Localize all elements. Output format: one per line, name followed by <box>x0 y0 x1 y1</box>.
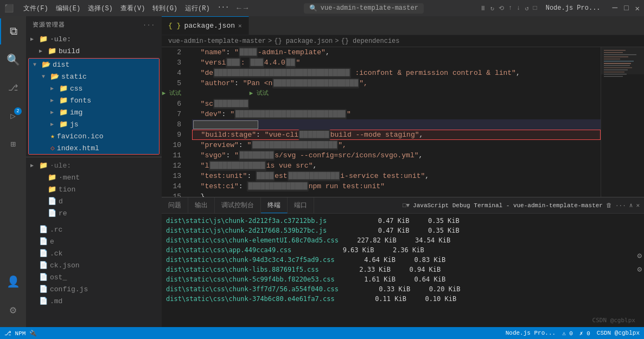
panel-trash-icon[interactable]: 🗑 <box>606 202 612 209</box>
activity-extensions[interactable]: ⊞ <box>0 131 26 157</box>
status-npm[interactable]: ⎇ NPM 🔌 <box>4 330 37 337</box>
activity-explorer[interactable]: ⧉ <box>0 18 26 44</box>
tree-item-img[interactable]: ▶ 📁 img <box>29 106 159 118</box>
win-minimize[interactable]: ─ <box>613 3 618 13</box>
tree-item-ck-json[interactable]: 📄 ck.json <box>26 259 162 271</box>
settings-gear2-icon[interactable]: ⚙ <box>637 265 642 274</box>
source-control-icon: ⎇ <box>8 82 18 93</box>
toolbar-icon-1[interactable]: ⏸ <box>480 4 486 12</box>
panel-tab-debug-console[interactable]: 调试控制台 <box>215 197 261 213</box>
tree-item-ck[interactable]: 📄 .ck <box>26 247 162 259</box>
collapse-arrow-icon: ▶ <box>39 48 48 54</box>
activity-account[interactable]: 👤 <box>0 268 26 295</box>
tree-label-tion: tion <box>59 186 162 194</box>
menu-file[interactable]: 文件(F) <box>20 3 52 14</box>
tree-item-favicon[interactable]: ★ favicon.ico <box>29 130 159 142</box>
window-controls[interactable]: ⏸ ↻ ⟲ ↑ ↓ ↺ □ Node.js Pro... ─ □ ✕ <box>480 3 640 13</box>
win-close[interactable]: ✕ <box>635 4 640 13</box>
panel-more-icon[interactable]: ··· <box>615 202 626 209</box>
terminal-size1: 0.47 KiB <box>378 227 410 234</box>
menu-bar[interactable]: 文件(F) 编辑(E) 选择(S) 查看(V) 转到(G) 运行(R) ··· <box>20 3 232 14</box>
folder-icon: 📁 <box>59 120 68 129</box>
rc-icon: 📄 <box>39 225 48 234</box>
settings-gear-icon[interactable]: ⚙ <box>637 251 642 260</box>
folder-icon: 📁 <box>48 47 56 55</box>
tree-item-d[interactable]: 📄 d <box>26 195 162 207</box>
tree-item-e[interactable]: 📄 e <box>26 235 162 247</box>
tree-label: index.html <box>57 144 159 152</box>
tree-item-blank <box>26 219 162 223</box>
menu-run[interactable]: 运行(R) <box>182 3 213 14</box>
tree-item-ost[interactable]: 📄 ost_ <box>26 271 162 283</box>
nav-back[interactable]: ← <box>237 4 241 12</box>
panel-chevron-icon[interactable]: ∧ <box>629 202 633 209</box>
search-bar[interactable]: 🔍 vue-admin-template-master <box>304 3 424 14</box>
terminal-size1: 9.63 KiB <box>343 246 374 254</box>
activity-search[interactable]: 🔍 <box>0 47 26 73</box>
panel-layout-icon[interactable]: □▼ <box>403 202 410 209</box>
menu-edit[interactable]: 编辑(E) <box>53 3 84 14</box>
tree-item-tion[interactable]: 📁 tion <box>26 183 162 195</box>
tree-item-rc[interactable]: 📄 .rc <box>26 223 162 235</box>
tree-item-ment[interactable]: 📁 ·ment <box>26 171 162 183</box>
menu-view[interactable]: 查看(V) <box>117 3 149 14</box>
panel-tab-problems[interactable]: 问题 <box>162 197 188 213</box>
tree-item-config-js[interactable]: 📄 config.js <box>26 283 162 295</box>
toolbar-icon-2[interactable]: ↻ <box>490 4 494 12</box>
terminal-size2: 0.94 KiB <box>410 266 441 273</box>
toolbar-icon-5[interactable]: ↓ <box>517 4 520 12</box>
editor-area: { } package.json ✕ vue-admin-template-ma… <box>162 16 644 327</box>
tab-label: 端口 <box>294 201 307 210</box>
menu-select[interactable]: 选择(S) <box>85 3 116 14</box>
tree-item-re[interactable]: 📄 re <box>26 207 162 219</box>
panel-tab-ports[interactable]: 端口 <box>288 197 314 213</box>
sidebar-more-icon[interactable]: ··· <box>143 22 155 28</box>
tree-item-js[interactable]: ▶ 📁 js <box>29 118 159 130</box>
tree-item-fonts[interactable]: ▶ 📁 fonts <box>29 94 159 106</box>
collapse-arrow-icon: ▼ <box>42 74 50 80</box>
tree-item-css[interactable]: ▶ 📁 css <box>29 82 159 94</box>
panel-tab-output[interactable]: 输出 <box>188 197 215 213</box>
tree-item-dist[interactable]: ▼ 📂 dist <box>29 59 159 71</box>
menu-goto[interactable]: 转到(G) <box>149 3 181 14</box>
inline-diff-block <box>193 120 258 129</box>
line-num-9: 9 <box>162 130 181 140</box>
terminal-size1: 4.64 KiB <box>364 256 396 264</box>
menu-more[interactable]: ··· <box>214 3 233 14</box>
svg-rect-14 <box>601 47 644 74</box>
tab-close-button[interactable]: ✕ <box>238 22 242 29</box>
code-line-5: "author": "Pan <n████████████████████", <box>192 78 601 88</box>
activity-settings[interactable]: ⚙ <box>0 297 26 323</box>
code-area[interactable]: "name" : "████-admin-template", "versi██… <box>188 47 601 197</box>
tree-item-build[interactable]: ▶ 📁 build <box>26 45 162 57</box>
toolbar-icon-3[interactable]: ⟲ <box>499 4 504 12</box>
activity-debug[interactable]: ▷ 2 <box>0 103 26 129</box>
terminal-size2: 0.35 KiB <box>428 217 460 225</box>
tree-item-lower-root[interactable]: ▶ 📁 ·ule: <box>26 159 162 171</box>
terminal-line: dist\static\css\chunk-5c99f4bb.f8220e53.… <box>166 274 640 284</box>
tree-item-md[interactable]: 📄 .md <box>26 295 162 307</box>
folder-icon: 📁 <box>59 84 68 93</box>
nav-arrows[interactable]: ← → <box>237 4 248 12</box>
panel-tab-terminal[interactable]: 终端 <box>261 197 288 213</box>
terminal-content[interactable]: dist\static\js\chunk-2d212f3a.c37212bb.j… <box>162 214 644 327</box>
tree-label: .ck <box>50 250 162 258</box>
sidebar-header-icons[interactable]: ··· <box>143 22 155 28</box>
tree-item-root[interactable]: ▶ 📁 ·ule: <box>26 33 162 45</box>
tree-item-index-html[interactable]: ◇ index.html <box>29 142 159 154</box>
toolbar-icon-7[interactable]: □ <box>533 4 537 12</box>
panel-right-controls[interactable]: □▼ JavaScript Debug Terminal - vue-admin… <box>403 197 644 213</box>
tree-label: static <box>61 73 159 81</box>
win-maximize[interactable]: □ <box>624 4 628 12</box>
tree-item-static[interactable]: ▼ 📂 static <box>29 71 159 82</box>
toolbar-icon-4[interactable]: ↑ <box>508 4 512 12</box>
activity-source-control[interactable]: ⎇ <box>0 75 26 101</box>
nav-forward[interactable]: → <box>244 4 248 12</box>
svg-rect-13 <box>604 76 623 77</box>
file-icon: 📄 <box>39 249 48 258</box>
title-bar: ⬛ 文件(F) 编辑(E) 选择(S) 查看(V) 转到(G) 运行(R) ··… <box>0 0 644 16</box>
tab-package-json[interactable]: { } package.json ✕ <box>162 16 249 35</box>
toolbar-icon-6[interactable]: ↺ <box>525 4 528 12</box>
panel: 问题 输出 调试控制台 终端 端口 □▼ <box>162 197 644 327</box>
panel-close-icon[interactable]: ✕ <box>636 202 640 209</box>
